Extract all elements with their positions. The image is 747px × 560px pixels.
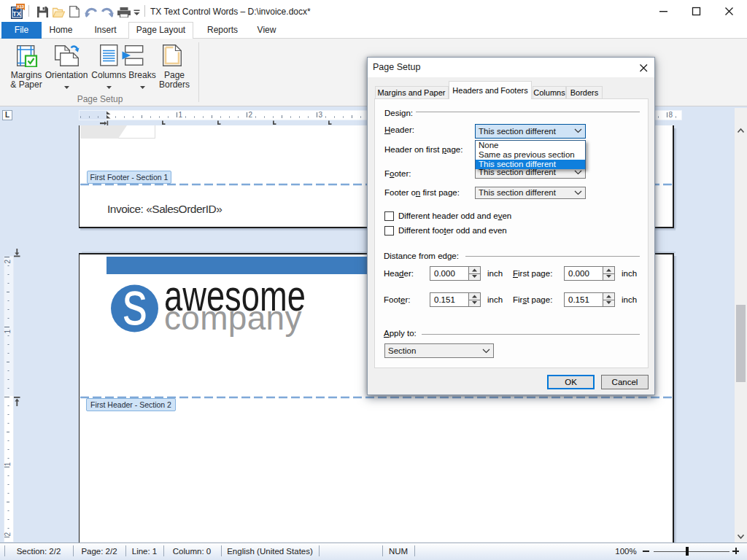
svg-text:3: 3 (319, 111, 323, 119)
svg-text:1: 1 (4, 330, 12, 334)
svg-text:1: 1 (179, 111, 183, 119)
svg-text:2: 2 (249, 111, 253, 119)
svg-text:X13: X13 (17, 4, 24, 9)
svg-text:2: 2 (4, 532, 12, 537)
svg-text:TX: TX (12, 10, 21, 18)
svg-text:1: 1 (4, 462, 12, 467)
svg-text:2: 2 (4, 260, 12, 264)
svg-text:8: 8 (669, 111, 673, 119)
